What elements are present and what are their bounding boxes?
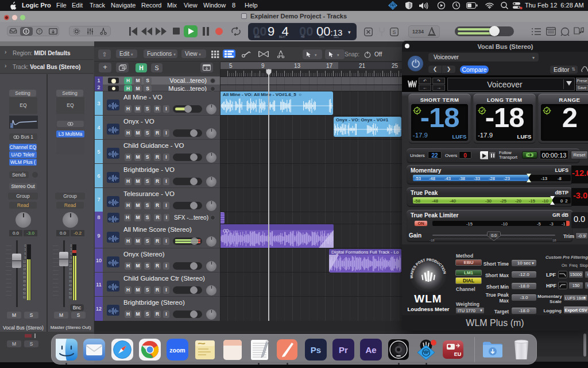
- svg-text:0.0: 0.0: [491, 233, 497, 237]
- svg-text:Pr: Pr: [339, 345, 348, 355]
- svg-text:EU: EU: [454, 351, 462, 357]
- svg-text:zoom: zoom: [169, 347, 185, 354]
- svg-text:?: ?: [38, 29, 41, 33]
- svg-text:Ps: Ps: [311, 345, 321, 355]
- svg-text:Ae: Ae: [366, 345, 377, 355]
- svg-text:S: S: [392, 29, 396, 35]
